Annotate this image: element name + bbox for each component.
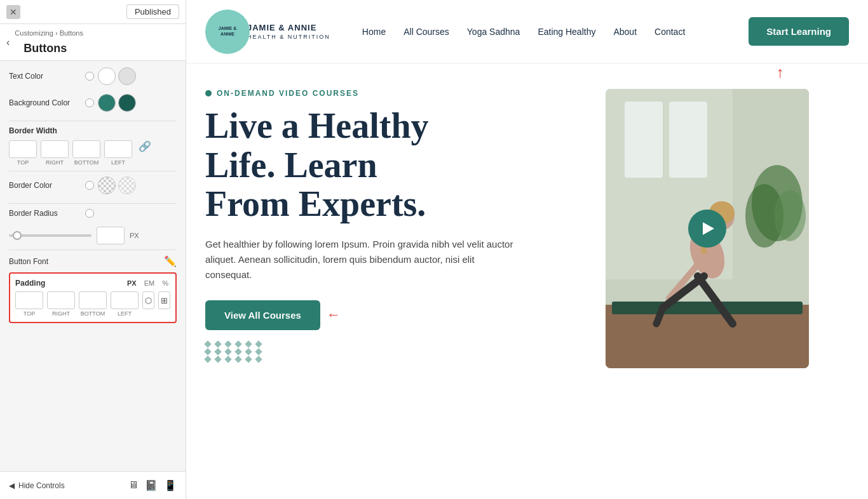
tablet-icon[interactable]: 📓 xyxy=(145,479,158,491)
border-color-label: Border Color xyxy=(9,181,85,190)
main-preview-area: JAMIE & ANNIE JAMIE & ANNIE HEALTH & NUT… xyxy=(186,0,868,499)
svg-point-9 xyxy=(774,190,806,241)
padding-top-label: TOP xyxy=(24,310,35,317)
border-color-swatch-1[interactable] xyxy=(98,176,116,194)
nav-contact[interactable]: Contact xyxy=(654,27,685,37)
unit-em-tab[interactable]: EM xyxy=(142,279,157,288)
border-radius-label: Border Radius xyxy=(9,209,85,218)
border-left-label: LEFT xyxy=(111,159,125,166)
navbar: JAMIE & ANNIE JAMIE & ANNIE HEALTH & NUT… xyxy=(186,0,868,63)
border-radius-input[interactable]: 4 xyxy=(97,227,125,244)
border-top-input[interactable]: 0 xyxy=(9,140,37,158)
red-arrow-to-start-learning: ↑ xyxy=(776,63,784,81)
unit-tabs: PX EM % xyxy=(125,279,170,288)
mobile-icon[interactable]: 📱 xyxy=(164,479,177,491)
close-button[interactable]: ✕ xyxy=(6,5,20,19)
border-color-swatch-2[interactable] xyxy=(118,176,136,194)
unit-px-tab[interactable]: PX xyxy=(125,279,139,288)
border-right-group: 0 RIGHT xyxy=(41,140,69,166)
tag-dot xyxy=(205,90,212,96)
border-top-label: TOP xyxy=(17,159,29,166)
padding-bottom-label: BOTTOM xyxy=(81,310,105,317)
tag-line: ON-DEMAND VIDEO COURSES xyxy=(205,89,587,98)
start-learning-button[interactable]: Start Learning xyxy=(749,17,849,46)
border-radius-slider-row: 4 PX xyxy=(9,227,177,244)
view-all-courses-button[interactable]: View All Courses xyxy=(205,300,320,330)
padding-inputs: 15 TOP 30 RIGHT 15 BOTTOM 30 LEFT ⬡ ⊞ xyxy=(15,291,170,317)
logo-circle: JAMIE & ANNIE xyxy=(205,10,250,54)
border-link-icon[interactable]: 🔗 xyxy=(139,140,151,166)
padding-left-label: LEFT xyxy=(118,310,132,317)
svg-text:JAMIE &: JAMIE & xyxy=(219,26,236,30)
button-font-edit-icon[interactable]: ✏️ xyxy=(164,255,177,267)
border-bottom-group: 0 BOTTOM xyxy=(72,140,100,166)
text-color-swatch-white[interactable] xyxy=(98,67,116,85)
button-font-row: Button Font ✏️ xyxy=(9,255,177,267)
hide-controls-label: Hide Controls xyxy=(18,481,65,490)
nav-all-courses[interactable]: All Courses xyxy=(403,27,449,37)
border-top-group: 0 TOP xyxy=(9,140,37,166)
logo-sub: HEALTH & NUTRITION xyxy=(247,34,330,40)
nav-home[interactable]: Home xyxy=(362,27,386,37)
divider-4 xyxy=(9,250,177,250)
panel-title: Buttons xyxy=(15,37,83,55)
padding-left-input[interactable]: 30 xyxy=(111,291,139,309)
hero-description: Get healthier by following lorem Ipsum. … xyxy=(205,237,523,283)
bg-color-swatch-teal[interactable] xyxy=(98,94,116,112)
desktop-icon[interactable]: 🖥 xyxy=(128,479,139,491)
border-radius-thumb[interactable] xyxy=(13,231,22,240)
text-color-radio[interactable] xyxy=(85,72,94,81)
padding-right-input[interactable]: 30 xyxy=(47,291,75,309)
border-width-inputs: 0 TOP 0 RIGHT 0 BOTTOM 0 LEFT 🔗 xyxy=(9,140,177,166)
nav-eating[interactable]: Eating Healthy xyxy=(538,27,595,37)
back-arrow-icon[interactable]: ‹ xyxy=(6,37,10,48)
padding-header: Padding PX EM % xyxy=(15,279,170,288)
device-icons: 🖥 📓 📱 xyxy=(128,479,177,491)
panel-nav: ‹ Customizing › Buttons Buttons xyxy=(0,24,186,61)
bg-color-radio[interactable] xyxy=(85,98,94,107)
customizer-panel: ✕ Published ‹ Customizing › Buttons Butt… xyxy=(0,0,186,499)
svg-rect-6 xyxy=(669,102,707,178)
play-button[interactable] xyxy=(688,210,726,248)
divider-1 xyxy=(9,121,177,121)
logo-text: JAMIE & ANNIE xyxy=(247,23,330,34)
border-bottom-label: BOTTOM xyxy=(74,159,98,166)
play-icon xyxy=(703,222,714,235)
padding-title: Padding xyxy=(15,279,45,288)
border-right-input[interactable]: 0 xyxy=(41,140,69,158)
hide-controls-button[interactable]: ◀ Hide Controls xyxy=(9,481,65,490)
border-left-input[interactable]: 0 xyxy=(104,140,132,158)
unit-pct-tab[interactable]: % xyxy=(160,279,170,288)
text-color-row: Text Color xyxy=(9,67,177,85)
padding-expand-icon[interactable]: ⊞ xyxy=(158,291,170,309)
svg-rect-11 xyxy=(612,302,803,314)
padding-bottom-group: 15 BOTTOM xyxy=(79,291,107,317)
border-right-label: RIGHT xyxy=(46,159,64,166)
padding-link-icon[interactable]: ⬡ xyxy=(142,291,154,309)
panel-topbar: ✕ Published xyxy=(0,0,186,24)
text-color-swatch-gray[interactable] xyxy=(118,67,136,85)
published-badge: Published xyxy=(126,4,179,19)
breadcrumb: Customizing › Buttons xyxy=(15,29,83,37)
bg-color-swatch-darkteal[interactable] xyxy=(118,94,136,112)
padding-right-group: 30 RIGHT xyxy=(47,291,75,317)
nav-yoga[interactable]: Yoga Sadhna xyxy=(467,27,520,37)
hero-title: Live a Healthy Life. Learn From Experts. xyxy=(205,107,587,224)
text-color-label: Text Color xyxy=(9,72,85,81)
border-radius-unit: PX xyxy=(130,232,139,239)
hide-controls-arrow-icon: ◀ xyxy=(9,481,15,490)
cta-row: View All Courses ← xyxy=(205,300,341,330)
border-radius-track[interactable] xyxy=(9,234,92,237)
divider-3 xyxy=(9,203,177,204)
padding-bottom-input[interactable]: 15 xyxy=(79,291,107,309)
svg-rect-5 xyxy=(625,102,663,178)
padding-right-label: RIGHT xyxy=(52,310,70,317)
border-bottom-input[interactable]: 0 xyxy=(72,140,100,158)
nav-links: Home All Courses Yoga Sadhna Eating Heal… xyxy=(362,27,749,37)
padding-left-group: 30 LEFT xyxy=(111,291,139,317)
border-color-radio[interactable] xyxy=(85,181,94,190)
nav-about[interactable]: About xyxy=(613,27,637,37)
padding-top-input[interactable]: 15 xyxy=(15,291,43,309)
button-font-label: Button Font xyxy=(9,257,85,266)
border-radius-radio[interactable] xyxy=(85,209,94,218)
